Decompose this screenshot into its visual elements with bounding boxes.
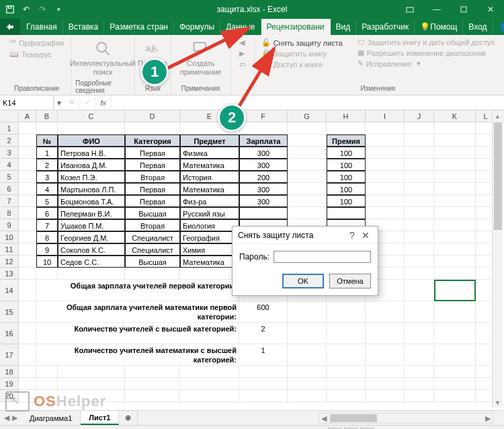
tab-3[interactable]: Формулы	[174, 19, 220, 35]
column-headers[interactable]: ABCDEFGHIJKL	[19, 110, 504, 122]
row-header-8[interactable]: 8	[0, 207, 18, 219]
cell[interactable]	[434, 147, 476, 159]
cell-no[interactable]: 7	[36, 219, 58, 231]
cell-fio[interactable]: Георгиев Д.М.	[58, 231, 125, 243]
cell[interactable]	[19, 268, 36, 280]
spelling-button[interactable]: ᴬᴮОрфография	[7, 38, 67, 48]
cell[interactable]	[327, 344, 366, 366]
allow-ranges-button[interactable]: ▦Разрешить изменение диапазонов	[355, 48, 497, 58]
cell[interactable]	[366, 366, 405, 378]
cell[interactable]	[366, 171, 405, 183]
cell-subj[interactable]: Математика	[180, 256, 239, 268]
save-icon[interactable]	[4, 3, 16, 15]
cell-sal[interactable]	[239, 207, 288, 219]
undo-icon[interactable]: ↶	[20, 3, 32, 15]
dialog-close-icon[interactable]: ✕	[359, 230, 372, 241]
cell-subj[interactable]: Химия	[180, 243, 239, 256]
row-headers[interactable]: 1234567891011121314151617181920	[0, 122, 19, 402]
cell[interactable]	[434, 195, 476, 207]
cell[interactable]	[434, 344, 476, 366]
fx-icon[interactable]: fx	[95, 95, 112, 110]
cell-bonus[interactable]: 100	[327, 159, 366, 171]
cell[interactable]	[434, 256, 476, 268]
cell[interactable]	[288, 390, 327, 402]
scroll-down-icon[interactable]: ▼	[493, 398, 503, 407]
prev-comment-icon[interactable]: ◀	[237, 38, 249, 48]
row-header-3[interactable]: 3	[0, 147, 18, 159]
tab-2[interactable]: Разметка стран	[104, 19, 174, 35]
col-header-I[interactable]: I	[366, 110, 405, 122]
cell[interactable]	[405, 366, 434, 378]
cell-no[interactable]: 2	[36, 159, 58, 171]
cell[interactable]	[405, 159, 434, 171]
cell[interactable]	[19, 390, 36, 402]
row-header-19[interactable]: 19	[0, 378, 18, 390]
sheet-tab-list1[interactable]: Лист1	[81, 411, 119, 425]
cell[interactable]	[19, 171, 36, 183]
summary-label[interactable]: Количество учителей математики с высшей …	[36, 344, 239, 366]
maximize-icon[interactable]	[450, 0, 477, 19]
cell[interactable]	[327, 366, 366, 378]
tab-4[interactable]: Данные	[220, 19, 261, 35]
summary-label[interactable]: Общая зарплата учителей первой категории…	[36, 280, 239, 301]
col-header-B[interactable]: B	[36, 110, 58, 122]
cell-bonus[interactable]: 100	[327, 171, 366, 183]
accept-formula-icon[interactable]: ✓	[79, 95, 95, 110]
row-header-6[interactable]: 6	[0, 183, 18, 195]
protect-book-button[interactable]: 🔒Защитить книгу	[259, 48, 345, 58]
cell[interactable]	[366, 183, 405, 195]
cell[interactable]	[434, 301, 476, 323]
tab-0[interactable]: Главная	[21, 19, 63, 35]
cell[interactable]	[288, 301, 327, 323]
cell-bonus[interactable]	[327, 207, 366, 219]
row-header-1[interactable]: 1	[0, 122, 18, 134]
cell-cat[interactable]: Первая	[125, 147, 180, 159]
cell[interactable]	[125, 390, 180, 402]
col-header-D[interactable]: D	[125, 110, 180, 122]
row-header-12[interactable]: 12	[0, 256, 18, 268]
cell[interactable]	[36, 390, 58, 402]
cell[interactable]	[288, 171, 327, 183]
cell-sal[interactable]: 300	[239, 195, 288, 207]
cell[interactable]	[19, 134, 36, 147]
cell[interactable]	[288, 147, 327, 159]
cell[interactable]	[366, 323, 405, 344]
cell[interactable]	[434, 366, 476, 378]
cell[interactable]	[288, 195, 327, 207]
cell-cat[interactable]: Первая	[125, 183, 180, 195]
cell[interactable]	[19, 256, 36, 268]
cell[interactable]	[366, 159, 405, 171]
cell[interactable]	[434, 171, 476, 183]
cell-subj[interactable]: Математика	[180, 183, 239, 195]
cell[interactable]	[434, 134, 476, 147]
cell[interactable]	[19, 122, 36, 134]
track-changes-button[interactable]: ✎Исправления ▾	[355, 58, 497, 69]
cell[interactable]	[405, 344, 434, 366]
password-input[interactable]	[274, 251, 371, 263]
cell-bonus[interactable]: 100	[327, 195, 366, 207]
tab-file[interactable]	[0, 19, 21, 35]
col-header-C[interactable]: C	[58, 110, 125, 122]
cell-fio[interactable]: Иванова Д.М.	[58, 159, 125, 171]
cell-sal[interactable]: 300	[239, 183, 288, 195]
vertical-scrollbar[interactable]: ▲ ▼	[492, 112, 503, 407]
cell[interactable]	[125, 378, 180, 390]
sheet-next-icon[interactable]: ▶	[12, 414, 17, 422]
cell[interactable]	[434, 280, 476, 301]
row-header-20[interactable]: 20	[0, 390, 18, 402]
cell[interactable]	[366, 301, 405, 323]
cell-no[interactable]: 10	[36, 256, 58, 268]
cell[interactable]	[327, 323, 366, 344]
cell[interactable]	[434, 183, 476, 195]
cell[interactable]	[19, 183, 36, 195]
cell[interactable]	[366, 147, 405, 159]
tab-signin[interactable]: Вход	[463, 19, 493, 35]
cell[interactable]	[288, 344, 327, 366]
summary-value[interactable]: 600	[239, 301, 288, 323]
cell[interactable]	[434, 323, 476, 344]
col-header-G[interactable]: G	[288, 110, 327, 122]
cell[interactable]	[239, 122, 288, 134]
tab-help[interactable]: 💡Помощ	[415, 19, 463, 35]
share-book-button[interactable]: 📑Доступ к книге	[259, 59, 345, 69]
cell[interactable]	[434, 159, 476, 171]
